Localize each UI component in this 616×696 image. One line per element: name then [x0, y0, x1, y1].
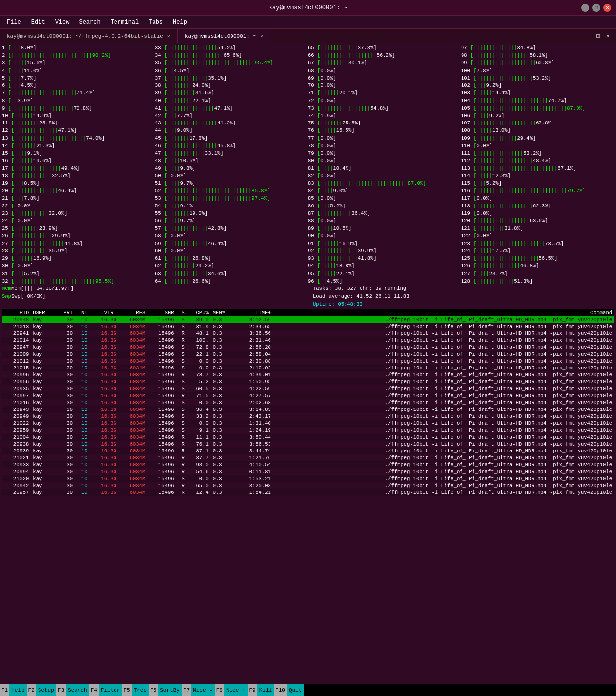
funckey-f4[interactable]: F4Filter	[89, 684, 122, 696]
tab-menu-button[interactable]: ▾	[604, 31, 612, 41]
funckey-f8[interactable]: F8Nice +	[215, 684, 248, 696]
cell-5: 6034M	[118, 454, 147, 461]
cell-4: 16.3G	[90, 441, 118, 448]
cell-3: 10	[75, 378, 89, 385]
menu-view[interactable]: View	[51, 18, 74, 27]
cell-7: R	[176, 468, 187, 475]
cell-3: 10	[75, 371, 89, 378]
cell-6: 15496	[147, 330, 176, 337]
cell-0: 21014	[2, 337, 31, 344]
table-row[interactable]: 20947kay301016.3G6034M15496S72.80.32:56.…	[2, 344, 614, 351]
cell-7: S	[176, 475, 187, 482]
table-row[interactable]: 21012kay301016.3G6034M15496S0.00.32:30.8…	[2, 358, 614, 365]
table-row[interactable]: 21020kay301016.3G6034M15496S0.00.31:53.2…	[2, 475, 614, 482]
cell-7: R	[176, 441, 187, 448]
table-row[interactable]: 20948kay301016.3G6034M15496S39.00.33:12.…	[2, 316, 614, 323]
new-tab-button[interactable]: ⊞	[594, 31, 602, 41]
cell-7: R	[176, 337, 187, 344]
cpu-row: 101 [||||||||||||||||||53.2%]	[461, 75, 614, 82]
table-row[interactable]: 20959kay301016.3G6034M15496S9.10.31:24.1…	[2, 427, 614, 434]
table-row[interactable]: 21022kay301016.3G6034M15496S0.00.31:31.4…	[2, 420, 614, 427]
cell-5: 6034M	[118, 427, 147, 434]
table-row[interactable]: 20957kay301016.3G6034M15496R12.40.31:54.…	[2, 489, 614, 496]
funckey-f7[interactable]: F7Nice -	[182, 684, 215, 696]
cell-8: 76.1	[187, 441, 211, 448]
cpu-row: 19 [ ||8.5%]	[2, 180, 155, 187]
col-virt: VIRT	[90, 309, 118, 316]
col-res: RES	[118, 309, 147, 316]
cpu-row: 99 [||||||||||||||||||||60.8%]	[461, 59, 614, 67]
cell-8: 5.2	[187, 378, 211, 385]
cpu-row: 74 [1.9%]	[308, 112, 461, 120]
table-row[interactable]: 20956kay301016.3G6034M15496S5.20.31:50.9…	[2, 378, 614, 385]
tab-0[interactable]: kay@mvmssl4ct000001: ~/ffmpeg-4.0.2-64bi…	[0, 29, 178, 43]
menu-file[interactable]: File	[3, 18, 25, 27]
table-row[interactable]: 20997kay301016.3G6034M15496R71.50.34:27.…	[2, 392, 614, 399]
funckey-f6[interactable]: F6SortBy	[149, 684, 182, 696]
table-row[interactable]: 21016kay301016.3G6034M15496S0.00.32:02.6…	[2, 399, 614, 406]
cell-11: ./ffmpeg-10bit -i Life_of_ Pi_draft_Ultr…	[273, 399, 614, 406]
cell-1: kay	[31, 378, 55, 385]
funckey-f5[interactable]: F5Tree	[122, 684, 149, 696]
cpu-row: 48 [ |||10.5%]	[155, 157, 308, 164]
funckey-num-3: F4	[89, 684, 99, 696]
tab-1-close[interactable]: ✕	[260, 33, 263, 39]
funckey-f10[interactable]: F10Quit	[274, 684, 304, 696]
cell-9: 0.3	[211, 344, 235, 351]
cell-0: 20947	[2, 344, 31, 351]
cell-6: 15496	[147, 365, 176, 371]
funckey-num-9: F10	[274, 684, 287, 696]
table-row[interactable]: 20939kay301016.3G6034M15496R87.10.33:44.…	[2, 448, 614, 454]
menu-help[interactable]: Help	[169, 18, 191, 27]
cell-0: 20959	[2, 427, 31, 434]
cpu-row: 36 [ |4.5%]	[155, 67, 308, 75]
table-row[interactable]: 21014kay301016.3G6034M15496R100.0.32:31.…	[2, 337, 614, 344]
table-row[interactable]: 21013kay301016.3G6034M15496S31.90.32:34.…	[2, 323, 614, 330]
table-row[interactable]: 20994kay301016.3G6034M15496R54.60.30:11.…	[2, 468, 614, 475]
table-row[interactable]: 20938kay301016.3G6034M15496R76.10.33:56.…	[2, 441, 614, 448]
cpu-row: 77 [0.0%]	[308, 135, 461, 142]
title-bar: kay@mvmssl4ct000001: ~ — □ ✕	[0, 0, 616, 16]
cell-3: 10	[75, 406, 89, 413]
funckey-f2[interactable]: F2Setup	[27, 684, 56, 696]
cpu-row: 55 [ ||||||19.0%]	[155, 210, 308, 217]
maximize-button[interactable]: □	[592, 4, 600, 12]
funckey-f9[interactable]: F9Kill	[248, 684, 274, 696]
funckey-bar: F1HelpF2SetupF3SearchF4FilterF5TreeF6Sor…	[0, 684, 616, 696]
table-row[interactable]: 21015kay301016.3G6034M15496S0.00.32:10.0…	[2, 365, 614, 371]
cell-10: 0:11.81	[235, 468, 273, 475]
tab-0-close[interactable]: ✕	[167, 33, 170, 39]
table-row[interactable]: 21021kay301016.3G6034M15496R37.70.31:21.…	[2, 454, 614, 461]
cpu-row: 76 [ ||||15.5%]	[308, 127, 461, 134]
tab-1[interactable]: kay@mvmssl4ct000001: ~ ✕	[178, 29, 270, 43]
cell-3: 10	[75, 344, 89, 351]
col-pri: PRI	[55, 309, 75, 316]
table-row[interactable]: 21009kay301016.3G6034M15496S22.10.32:58.…	[2, 351, 614, 358]
table-row[interactable]: 21004kay301016.3G6034M15496R11.10.33:50.…	[2, 434, 614, 441]
table-row[interactable]: 20943kay301016.3G6034M15496S36.40.33:14.…	[2, 406, 614, 413]
menu-edit[interactable]: Edit	[27, 18, 49, 27]
cell-7: R	[176, 371, 187, 378]
mem-row: MemMem[||| 14.1G/1.97T]	[2, 285, 303, 293]
menu-terminal[interactable]: Terminal	[107, 18, 143, 27]
table-row[interactable]: 20941kay301016.3G6034M15496R48.10.33:36.…	[2, 330, 614, 337]
cell-11: ./ffmpeg-10bit -i Life_of_ Pi_draft_Ultr…	[273, 434, 614, 441]
table-row[interactable]: 20935kay301016.3G6034M15496S60.50.34:22.…	[2, 385, 614, 392]
table-row[interactable]: 20942kay301016.3G6034M15496R65.00.33:20.…	[2, 482, 614, 489]
cpu-row: 30 [ 0.0%]	[2, 262, 155, 270]
cell-11: ./ffmpeg-10bit -i Life_of_ Pi_draft_Ultr…	[273, 406, 614, 413]
menu-tabs[interactable]: Tabs	[145, 18, 167, 27]
table-row[interactable]: 20949kay301016.3G6034M15496S33.20.32:43.…	[2, 413, 614, 420]
funckey-f3[interactable]: F3Search	[56, 684, 89, 696]
funckey-num-5: F6	[149, 684, 158, 696]
table-row[interactable]: 20933kay301016.3G6034M15496R93.00.34:10.…	[2, 461, 614, 468]
cpu-row: 58 [ 0.0%]	[155, 232, 308, 240]
table-row[interactable]: 20996kay301016.3G6034M15496R78.70.34:39.…	[2, 371, 614, 378]
cpu-row: 4 [ |||11.0%]	[2, 67, 155, 75]
minimize-button[interactable]: —	[581, 4, 589, 12]
cell-10: 3:56.53	[235, 441, 273, 448]
mem-swp-section: MemMem[||| 14.1G/1.97T] Tasks: 38, 327 t…	[2, 285, 614, 293]
close-button[interactable]: ✕	[603, 4, 611, 12]
funckey-f1[interactable]: F1Help	[0, 684, 27, 696]
menu-search[interactable]: Search	[75, 18, 104, 27]
